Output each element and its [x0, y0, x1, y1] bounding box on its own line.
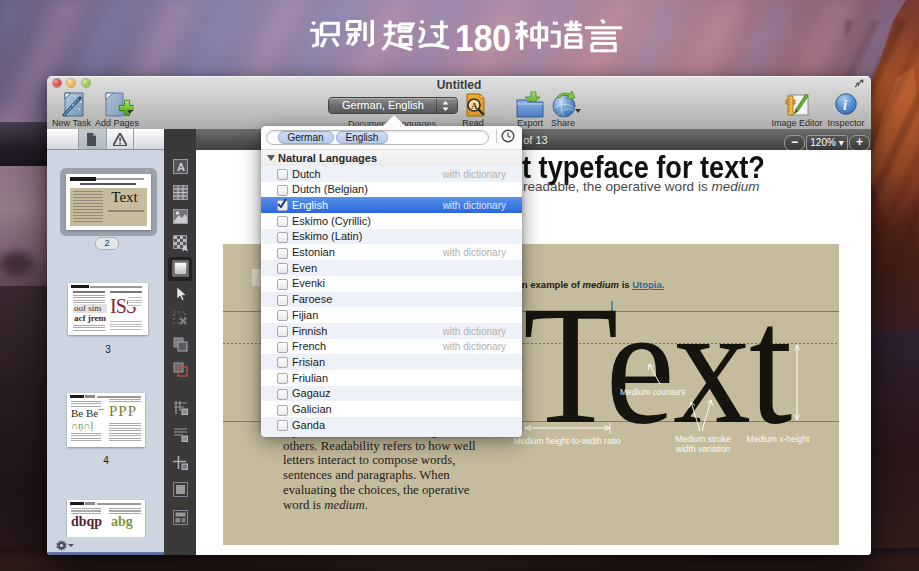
svg-text:A: A: [177, 161, 185, 173]
svg-text:Medium height-to-width ratio: Medium height-to-width ratio: [513, 436, 621, 446]
svg-text:width variation: width variation: [675, 444, 731, 454]
svg-text:Medium counters: Medium counters: [620, 387, 685, 397]
svg-text:Medium stroke: Medium stroke: [675, 434, 731, 444]
svg-text:i: i: [843, 98, 847, 113]
svg-text:Medium x-height: Medium x-height: [747, 434, 810, 444]
svg-text:180: 180: [455, 18, 511, 59]
svg-text:A: A: [471, 101, 478, 111]
svg-text:A: A: [182, 244, 188, 252]
